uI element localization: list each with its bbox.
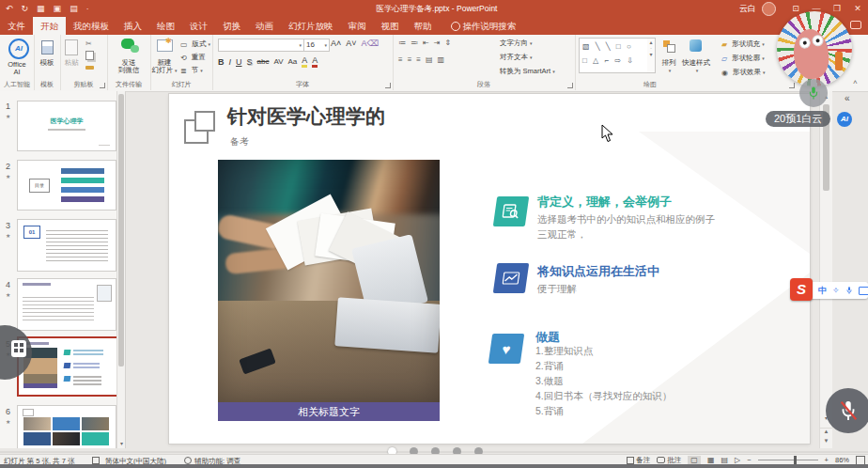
tab-slideshow[interactable]: 幻灯片放映 (281, 17, 341, 35)
tab-view[interactable]: 视图 (374, 17, 407, 35)
underline-button[interactable]: U (236, 57, 242, 67)
slide-thumbnail-6[interactable] (17, 405, 116, 448)
shrink-font-icon[interactable]: A˅ (346, 39, 356, 48)
italic-button[interactable]: I (229, 57, 232, 67)
increase-indent-icon[interactable]: ⇥ (434, 39, 441, 47)
view-sorter-button[interactable]: ▦ (707, 456, 715, 464)
section1-body-line2[interactable]: 三观正常， (537, 228, 587, 242)
thumbnail-panel-scrollbar[interactable]: ▾ (116, 91, 126, 448)
new-slide-button[interactable]: 新建幻灯片▾ (150, 59, 178, 74)
font-color-button[interactable]: A (312, 55, 318, 68)
slide-subtitle[interactable]: 备考 (230, 135, 249, 148)
tab-home[interactable]: 开始 (33, 17, 66, 35)
next-slide-button[interactable]: ▼ (820, 438, 832, 444)
zoom-out-button[interactable]: − (747, 456, 751, 464)
change-case-button[interactable]: Aa (288, 57, 298, 66)
folder-icon[interactable]: ▤ (70, 4, 78, 13)
shape-effects-button[interactable]: ◉形状效果▾ (721, 68, 766, 77)
fit-to-window-icon[interactable] (856, 456, 865, 465)
character-spacing-button[interactable]: AV (273, 57, 283, 66)
section3-heart-icon[interactable]: ♥ (488, 334, 524, 364)
qat-more-icon[interactable]: ∙ (86, 4, 89, 13)
text-shadow-button[interactable]: S (247, 57, 253, 67)
comments-bubble-icon[interactable] (850, 21, 861, 29)
align-left-icon[interactable]: ≡ (398, 55, 403, 64)
slide-title[interactable]: 针对医学心理学的 (227, 103, 385, 130)
slide-thumbnail-2[interactable]: 目录 (17, 160, 116, 211)
tab-design[interactable]: 设计 (182, 17, 215, 35)
zoom-slider[interactable] (758, 460, 818, 460)
highlight-color-button[interactable]: A (302, 55, 307, 68)
align-center-icon[interactable]: ≡ (408, 55, 412, 64)
ime-symbols-icon[interactable]: ✧ (832, 286, 840, 295)
scroll-down-icon[interactable]: ▾ (117, 440, 126, 446)
slide-photo[interactable] (218, 160, 440, 402)
ime-voice-icon[interactable] (845, 286, 853, 295)
section3-title[interactable]: 做题 (535, 329, 560, 346)
section3-item-2[interactable]: 2.背诵 (535, 360, 564, 373)
office-ai-logo-icon[interactable]: AI (8, 39, 29, 59)
thumbnail-scrollbar-thumb[interactable] (118, 94, 124, 367)
numbering-icon[interactable]: ≕ (411, 39, 418, 47)
zoom-in-button[interactable]: + (825, 456, 829, 464)
section3-item-5[interactable]: 5.背诵 (535, 405, 564, 418)
mic-active-indicator[interactable] (799, 79, 828, 107)
tab-draw[interactable]: 绘图 (149, 17, 182, 35)
tab-file[interactable]: 文件 (0, 17, 33, 35)
tab-insert[interactable]: 插入 (116, 17, 149, 35)
grow-font-icon[interactable]: A˄ (331, 39, 341, 48)
font-name-combobox[interactable]: ▾ (218, 39, 304, 52)
copy-icon[interactable] (85, 51, 94, 60)
line-spacing-icon[interactable]: ⇕ (444, 39, 451, 47)
slide-thumbnail-3[interactable]: 01 (17, 219, 116, 272)
align-text-button[interactable]: 对齐文本▾ (500, 53, 533, 62)
notes-button[interactable]: 备注 (627, 456, 650, 465)
canvas-scrollbar[interactable]: ▴ ▾ ▲ ▼ (819, 91, 832, 448)
previous-slide-button[interactable]: ▲ (820, 428, 832, 434)
ime-keyboard-icon[interactable] (859, 287, 868, 295)
tell-me-search[interactable]: 操作说明搜索 (463, 17, 524, 35)
section2-body-line1[interactable]: 便于理解 (537, 283, 577, 296)
section1-document-search-icon[interactable] (493, 196, 529, 226)
comments-button[interactable]: 批注 (657, 456, 681, 465)
tab-review[interactable]: 审阅 (341, 17, 374, 35)
tab-my-templates[interactable]: 我的模板 (66, 17, 116, 35)
section3-item-4[interactable]: 4.回归书本（寻找对应的知识） (535, 390, 672, 403)
collapse-pane-icon[interactable]: « (845, 93, 850, 103)
office-ai-button[interactable]: OfficeAI (0, 61, 34, 76)
paste-icon[interactable] (65, 39, 78, 55)
font-size-combobox[interactable]: 16▾ (303, 39, 330, 52)
ai-assistant-badge[interactable]: AI (837, 112, 852, 127)
smartart-button[interactable]: 转换为 SmartArt▾ (500, 67, 555, 76)
tab-animations[interactable]: 动画 (248, 17, 281, 35)
align-right-icon[interactable]: ≡ (416, 55, 421, 64)
tab-transitions[interactable]: 切换 (215, 17, 248, 35)
photo-caption-bar[interactable]: 相关标题文字 (218, 402, 440, 421)
shape-gallery-scroll[interactable]: ▴·▾ (647, 38, 656, 73)
strikethrough-button[interactable]: abc (257, 57, 270, 66)
zoom-slider-thumb[interactable] (794, 456, 797, 464)
columns-icon[interactable]: ▥ (438, 55, 445, 64)
undo-icon[interactable]: ↶ (6, 4, 13, 13)
redo-icon[interactable]: ↻ (22, 4, 29, 13)
collapse-ribbon-icon[interactable]: ˄ (853, 78, 858, 86)
cut-icon[interactable]: ✂ (85, 39, 92, 48)
bullets-icon[interactable]: ≔ (398, 39, 406, 47)
template-button[interactable]: 模板 (34, 59, 60, 67)
zoom-level[interactable]: 86% (835, 456, 849, 464)
shape-fill-button[interactable]: ▰形状填充▾ (721, 39, 765, 49)
shape-gallery[interactable]: ▧ ╲ ╲ □ ○ □ △ ⌐ ⇨ ⇩ (579, 38, 648, 73)
section2-chart-icon[interactable] (493, 263, 529, 293)
slideshow-start-icon[interactable]: ▦ (37, 4, 45, 13)
paste-button[interactable]: 粘贴 (60, 59, 83, 67)
section1-title[interactable]: 背定义，理解，会举例子 (537, 194, 672, 211)
tab-help[interactable]: 帮助 (407, 17, 440, 35)
section3-item-3[interactable]: 3.做题 (535, 375, 564, 388)
format-painter-icon[interactable] (85, 66, 94, 70)
reset-button[interactable]: ⟲重置 (180, 53, 206, 62)
view-reading-button[interactable]: ▤ (721, 456, 728, 464)
send-to-wechat-button[interactable]: 发送到微信 (107, 59, 150, 74)
section2-title[interactable]: 将知识点运用在生活中 (537, 263, 659, 280)
close-icon[interactable]: ✕ (847, 0, 868, 17)
decrease-indent-icon[interactable]: ⇤ (423, 39, 429, 47)
